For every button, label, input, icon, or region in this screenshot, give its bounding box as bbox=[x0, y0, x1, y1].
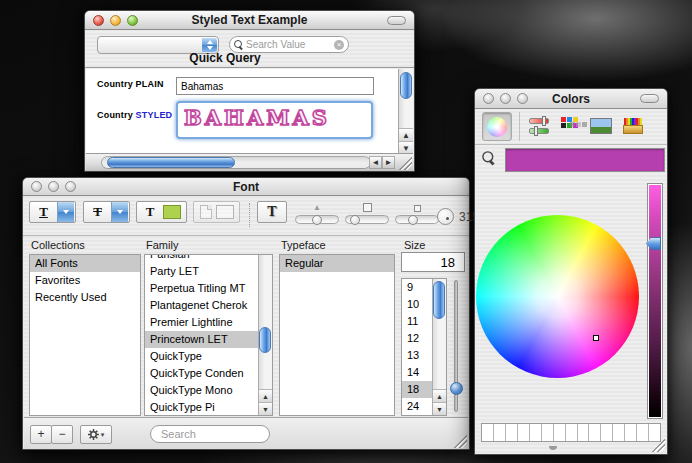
toolbar-toggle-pill[interactable] bbox=[387, 16, 406, 25]
underline-menu-icon[interactable] bbox=[57, 202, 74, 222]
horizontal-scrollbar-thumb[interactable] bbox=[107, 157, 235, 168]
strikethrough-menu-icon[interactable] bbox=[111, 202, 128, 222]
font-search-field[interactable] bbox=[150, 425, 270, 443]
crayons-tab[interactable] bbox=[621, 114, 645, 138]
drawer-dimple[interactable] bbox=[549, 446, 557, 450]
swatch-cell[interactable] bbox=[518, 424, 530, 441]
underline-button[interactable]: T bbox=[29, 201, 76, 223]
color-palettes-tab[interactable] bbox=[559, 114, 583, 138]
close-button[interactable] bbox=[93, 15, 104, 26]
resize-grip[interactable] bbox=[652, 439, 665, 452]
list-item[interactable]: All Fonts bbox=[30, 255, 140, 272]
close-button[interactable] bbox=[31, 181, 42, 192]
scroll-up-icon[interactable]: ▲ bbox=[259, 389, 272, 402]
scroll-up-icon[interactable]: ▲ bbox=[399, 128, 413, 141]
list-item[interactable]: QuickType Pi bbox=[145, 399, 258, 416]
close-button[interactable] bbox=[483, 93, 494, 104]
scroll-up-icon[interactable]: ▲ bbox=[433, 389, 446, 402]
swatch-cell[interactable] bbox=[601, 424, 613, 441]
list-item[interactable]: 14 bbox=[402, 364, 432, 381]
scroll-left-icon[interactable]: ◄ bbox=[369, 156, 382, 169]
country-plain-input[interactable] bbox=[176, 77, 374, 95]
country-styled-input[interactable]: BAHAMAS bbox=[176, 101, 373, 139]
action-menu-button[interactable]: ▾ bbox=[80, 425, 112, 444]
minimize-button[interactable] bbox=[500, 93, 511, 104]
scroll-down-icon[interactable]: ▼ bbox=[259, 402, 272, 415]
swatch-cell[interactable] bbox=[578, 424, 590, 441]
text-color-button[interactable]: T bbox=[136, 201, 187, 223]
swatch-cell[interactable] bbox=[530, 424, 542, 441]
resize-grip[interactable] bbox=[399, 157, 412, 170]
shadow-offset-slider[interactable] bbox=[395, 200, 439, 224]
swatch-cell[interactable] bbox=[613, 424, 625, 441]
list-item[interactable]: QuickType Mono bbox=[145, 382, 258, 399]
font-search-input[interactable] bbox=[151, 428, 269, 440]
swatch-cell[interactable] bbox=[554, 424, 566, 441]
horizontal-scrollbar[interactable] bbox=[101, 156, 371, 169]
list-item-selected[interactable]: Regular bbox=[280, 255, 394, 272]
vertical-scrollbar[interactable]: ▲ ▼ bbox=[398, 69, 413, 154]
list-item[interactable]: Recently Used bbox=[30, 289, 140, 306]
brightness-slider[interactable] bbox=[647, 183, 663, 419]
shadow-opacity-slider[interactable]: ▲ bbox=[295, 200, 339, 224]
list-item[interactable]: Party LET bbox=[145, 263, 258, 280]
resize-grip[interactable] bbox=[454, 435, 467, 448]
color-sliders-tab[interactable] bbox=[527, 114, 551, 138]
list-item[interactable]: Perpetua Titling MT bbox=[145, 280, 258, 297]
color-wheel[interactable] bbox=[476, 215, 639, 378]
minimize-button[interactable] bbox=[110, 15, 121, 26]
zoom-button[interactable] bbox=[65, 181, 76, 192]
shadow-blur-slider[interactable] bbox=[345, 200, 389, 224]
list-item[interactable]: 13 bbox=[402, 347, 432, 364]
list-item[interactable]: 12 bbox=[402, 330, 432, 347]
swatch-cell[interactable] bbox=[482, 424, 494, 441]
colors-window-titlebar[interactable]: Colors bbox=[475, 89, 667, 109]
image-palette-tab[interactable] bbox=[589, 114, 613, 138]
list-item[interactable]: Favorites bbox=[30, 272, 140, 289]
swatch-cell[interactable] bbox=[625, 424, 637, 441]
search-input[interactable] bbox=[243, 39, 334, 50]
shadow-offset-thumb[interactable] bbox=[408, 215, 418, 225]
clear-search-icon[interactable]: × bbox=[334, 40, 344, 50]
list-item-selected[interactable]: 18 bbox=[402, 381, 432, 398]
text-shadow-button[interactable]: T bbox=[257, 201, 287, 223]
strikethrough-button[interactable]: T bbox=[83, 201, 130, 223]
swatch-cell[interactable] bbox=[566, 424, 578, 441]
size-scrollbar-thumb[interactable] bbox=[433, 281, 445, 319]
zoom-button[interactable] bbox=[517, 93, 528, 104]
magnifier-icon[interactable] bbox=[482, 151, 495, 164]
toolbar-toggle-pill[interactable] bbox=[640, 94, 659, 103]
size-scrollbar[interactable]: ▲ ▼ bbox=[432, 279, 446, 415]
styled-window-titlebar[interactable]: Styled Text Example bbox=[85, 11, 414, 30]
list-item[interactable]: QuickType Conden bbox=[145, 365, 258, 382]
list-item[interactable]: Premier Lightline bbox=[145, 314, 258, 331]
family-scrollbar[interactable]: ▲ ▼ bbox=[258, 255, 272, 415]
document-color-button[interactable] bbox=[193, 201, 240, 223]
list-item[interactable]: 24 bbox=[402, 398, 432, 415]
zoom-button[interactable] bbox=[127, 15, 138, 26]
size-slider-thumb[interactable] bbox=[450, 382, 463, 395]
list-item[interactable]: 10 bbox=[402, 296, 432, 313]
add-collection-button[interactable]: + bbox=[30, 425, 52, 444]
color-wheel-marker[interactable] bbox=[593, 335, 599, 341]
list-item[interactable]: Plantagenet Cherok bbox=[145, 297, 258, 314]
font-window-titlebar[interactable]: Font bbox=[23, 178, 469, 196]
scroll-down-icon[interactable]: ▼ bbox=[433, 402, 446, 415]
selected-color-well[interactable] bbox=[505, 148, 665, 172]
list-item[interactable]: Parisian bbox=[145, 254, 258, 263]
shadow-angle-knob[interactable] bbox=[437, 208, 454, 225]
remove-collection-button[interactable]: − bbox=[51, 425, 73, 444]
swatch-cell[interactable] bbox=[506, 424, 518, 441]
list-item[interactable]: 11 bbox=[402, 313, 432, 330]
vertical-scrollbar-thumb[interactable] bbox=[400, 72, 412, 99]
swatch-cell[interactable] bbox=[542, 424, 554, 441]
family-scrollbar-thumb[interactable] bbox=[259, 327, 271, 353]
minimize-button[interactable] bbox=[48, 181, 59, 192]
list-item-selected[interactable]: Princetown LET bbox=[145, 331, 258, 348]
swatch-cell[interactable] bbox=[589, 424, 601, 441]
size-input[interactable]: 18 bbox=[401, 252, 465, 272]
swatch-cell[interactable] bbox=[637, 424, 649, 441]
shadow-opacity-thumb[interactable] bbox=[312, 215, 322, 225]
color-wheel-tab[interactable] bbox=[482, 112, 512, 141]
swatch-strip[interactable] bbox=[481, 423, 661, 442]
